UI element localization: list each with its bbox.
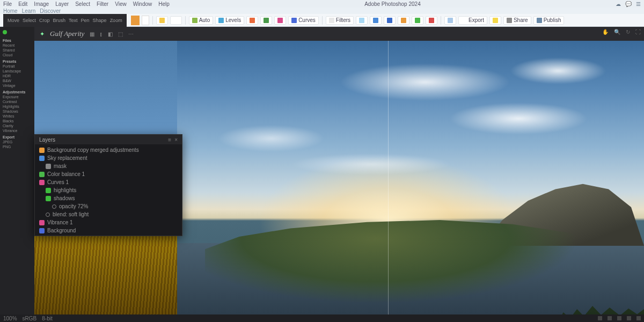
layer-row[interactable]: blend: soft light — [38, 211, 179, 218]
ribbon-chip[interactable]: Share — [503, 16, 531, 25]
ribbon-chip[interactable] — [246, 16, 258, 25]
tool-button[interactable]: Select — [23, 18, 36, 23]
chat-icon[interactable]: 💬 — [625, 1, 632, 7]
sidebar-item[interactable]: Highlights — [1, 104, 33, 109]
crop-icon[interactable]: ⬚ — [118, 31, 123, 37]
layer-row[interactable]: Color balance 1 — [38, 171, 179, 178]
history-icon[interactable] — [627, 316, 631, 320]
menu-item[interactable]: Filter — [97, 1, 108, 7]
menu-item[interactable]: File — [3, 1, 12, 7]
ribbon-chip[interactable] — [398, 16, 409, 25]
ribbon-chip[interactable] — [356, 16, 368, 25]
strip-item[interactable]: Discover — [40, 8, 61, 14]
rotate-icon[interactable]: ↻ — [626, 29, 630, 35]
sidebar-item[interactable]: Cloud — [1, 53, 33, 57]
grid-icon[interactable]: ▦ — [90, 31, 94, 37]
hand-icon[interactable]: ✋ — [602, 29, 609, 35]
fullscreen-icon[interactable]: ⛶ — [635, 29, 641, 35]
layers-panel[interactable]: Layers ≡ × Background copy merged adjust… — [34, 134, 182, 236]
strip-item[interactable]: Home — [3, 8, 18, 14]
ribbon-chip[interactable] — [444, 16, 456, 25]
menu-item[interactable]: Layer — [55, 1, 69, 7]
zoom-level[interactable]: 100% — [3, 316, 17, 321]
layer-row[interactable]: Curves 1 — [38, 179, 179, 186]
compare-icon[interactable]: ◧ — [108, 31, 113, 37]
layer-swatch-icon — [39, 228, 45, 233]
panel-menu-icon[interactable]: ≡ — [168, 137, 171, 143]
ribbon-chip[interactable]: Export — [458, 16, 487, 25]
menu-item[interactable]: Edit — [18, 1, 27, 7]
ribbon-chip[interactable]: Filters — [326, 16, 354, 25]
layer-row[interactable]: Background — [38, 227, 179, 234]
channels-icon[interactable] — [608, 316, 612, 320]
panel-title: Layers — [39, 137, 55, 143]
menu-item[interactable]: Select — [75, 1, 90, 7]
ribbon-chip[interactable] — [384, 16, 396, 25]
sidebar-item[interactable]: HDR — [1, 74, 33, 78]
info-icon[interactable] — [636, 316, 641, 320]
zoom-icon[interactable]: 🔍 — [614, 29, 620, 35]
ribbon-chip[interactable] — [426, 16, 437, 25]
layer-row[interactable]: opacity 72% — [38, 203, 179, 210]
layer-row[interactable]: shadows — [38, 195, 179, 202]
bell-icon[interactable]: ☰ — [636, 1, 641, 7]
panel-close-icon[interactable]: × — [174, 137, 178, 143]
sidebar-item[interactable]: Recent — [1, 43, 33, 48]
active-doc-tab[interactable] — [131, 16, 140, 25]
ribbon-chip[interactable]: Publish — [533, 16, 565, 25]
menu-item[interactable]: Image — [34, 1, 49, 7]
sidebar-item[interactable]: Landscape — [1, 69, 33, 74]
tool-button[interactable]: Text — [69, 18, 78, 23]
sidebar-item[interactable]: Blacks — [1, 119, 33, 123]
panel-header[interactable]: Layers ≡ × — [35, 135, 182, 144]
menu-item[interactable]: Window — [133, 1, 152, 7]
ribbon-chip[interactable] — [274, 16, 286, 25]
sidebar-item[interactable]: Contrast — [1, 99, 33, 104]
ribbon-chip[interactable] — [489, 16, 501, 25]
sidebar-item[interactable]: Exposure — [1, 94, 33, 99]
sidebar-item[interactable]: Clarity — [1, 123, 33, 128]
tool-button[interactable]: Pen — [81, 18, 90, 23]
tool-button[interactable]: Zoom — [110, 18, 122, 23]
layer-name: blend: soft light — [53, 211, 178, 217]
new-doc-tab[interactable] — [142, 16, 149, 25]
compare-divider[interactable] — [388, 41, 389, 322]
ribbon-chip[interactable] — [156, 16, 168, 25]
strip-item[interactable]: Learn — [22, 8, 36, 14]
ribbon-chip[interactable] — [370, 16, 382, 25]
visibility-ring-icon[interactable] — [46, 213, 50, 217]
layer-row[interactable]: highlights — [38, 187, 179, 194]
sidebar-item[interactable]: B&W — [1, 78, 33, 83]
layer-row[interactable]: mask — [38, 163, 179, 170]
layer-row[interactable]: Background copy merged adjustments — [38, 147, 179, 153]
tool-button[interactable]: Crop — [39, 18, 50, 23]
tool-button[interactable]: Move — [8, 18, 19, 23]
layer-row[interactable]: Sky replacement — [38, 155, 179, 162]
more-icon[interactable]: ⋯ — [128, 31, 134, 37]
ribbon-chip[interactable]: Auto — [189, 16, 214, 25]
visibility-ring-icon[interactable] — [52, 204, 56, 209]
ribbon-chip[interactable] — [170, 16, 182, 25]
sidebar-item[interactable]: PNG — [1, 144, 33, 149]
sidebar-item[interactable]: Shared — [1, 48, 33, 53]
app-title: Adobe Photoshop 2024 — [364, 1, 421, 7]
cloud-icon[interactable]: ☁ — [616, 1, 621, 7]
tool-button[interactable]: Shape — [93, 18, 107, 23]
ribbon-chip[interactable] — [260, 16, 272, 25]
sidebar-item[interactable]: Vintage — [1, 83, 33, 88]
menu-item[interactable]: Help — [158, 1, 170, 7]
ribbon-chip[interactable]: Levels — [215, 16, 244, 25]
menu-item[interactable]: View — [115, 1, 127, 7]
sidebar-item[interactable]: Vibrance — [1, 128, 33, 133]
sidebar-item[interactable]: Whites — [1, 114, 33, 119]
ribbon-chip[interactable] — [412, 16, 423, 25]
sidebar-item[interactable]: Portrait — [1, 64, 33, 69]
tool-button[interactable]: Brush — [53, 18, 66, 23]
paths-icon[interactable] — [617, 316, 621, 320]
layers-icon[interactable] — [598, 316, 602, 320]
ribbon-chip[interactable]: Curves — [288, 16, 319, 25]
sidebar-item[interactable]: Shadows — [1, 109, 33, 114]
layer-row[interactable]: Vibrance 1 — [38, 219, 179, 226]
histogram-icon[interactable]: ⫿ — [100, 31, 103, 37]
sidebar-item[interactable]: JPEG — [1, 140, 33, 144]
